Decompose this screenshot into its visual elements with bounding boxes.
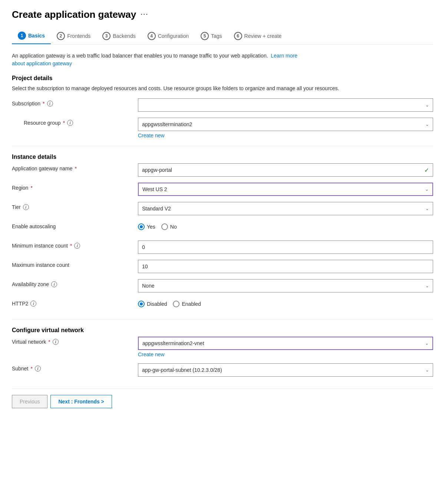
subscription-control: ⌄ [138,98,433,112]
min-instance-row: Minimum instance count * i [12,240,433,254]
subnet-row: Subnet * i app-gw-portal-subnet (10.2.3.… [12,363,433,377]
tab-tags-label: Tags [211,33,222,39]
tier-info-icon[interactable]: i [23,204,29,210]
gateway-name-value: appgw-portal [142,167,172,173]
vnet-dropdown[interactable]: appgwssltermination2-vnet ⌄ [138,337,433,350]
availability-zone-value: None [142,283,154,289]
vnet-chevron-icon: ⌄ [425,341,429,346]
autoscaling-radio-group: Yes No [138,221,433,230]
min-instance-label: Minimum instance count * i [12,240,138,249]
http2-radio-group: Disabled Enabled [138,298,433,307]
http2-disabled-radio[interactable]: Disabled [138,301,167,307]
footer-buttons: Previous Next : Frontends > [12,389,433,408]
region-chevron-icon: ⌄ [425,187,429,192]
autoscaling-no-label: No [170,224,177,230]
tier-chevron-icon: ⌄ [425,206,429,211]
tab-basics[interactable]: 1 Basics [12,28,51,44]
region-label: Region * [12,183,138,191]
subscription-row: Subscription * i ⌄ [12,98,433,112]
http2-enabled-label: Enabled [182,301,201,307]
page-title-container: Create application gateway ··· [12,9,433,20]
learn-more-link[interactable]: Learn more [271,53,297,59]
create-new-rg-link[interactable]: Create new [138,132,433,138]
resource-group-required: * [63,120,65,126]
autoscaling-label: Enable autoscaling [12,221,138,229]
resource-group-value: appgwssltermination2 [142,121,192,127]
gateway-name-row: Application gateway name * appgw-portal … [12,163,433,177]
region-value: West US 2 [142,186,167,192]
min-instance-required: * [70,243,72,249]
resource-group-control: appgwssltermination2 ⌄ Create new [138,118,433,138]
vnet-info-icon[interactable]: i [53,339,59,345]
subscription-chevron-icon: ⌄ [425,102,429,108]
tier-dropdown[interactable]: Standard V2 ⌄ [138,202,433,215]
availability-zone-dropdown[interactable]: None ⌄ [138,279,433,292]
tab-tags-number: 5 [201,32,209,40]
tab-tags[interactable]: 5 Tags [195,28,228,44]
tab-backends[interactable]: 3 Backends [96,28,141,44]
max-instance-control [138,260,433,273]
instance-details-title: Instance details [12,154,433,160]
vnet-value: appgwssltermination2-vnet [142,340,204,346]
http2-enabled-radio[interactable]: Enabled [173,301,201,307]
max-instance-label: Maximum instance count [12,260,138,268]
availability-zone-row: Availability zone i None ⌄ [12,279,433,292]
vnet-row: Virtual network * i appgwssltermination2… [12,337,433,357]
resource-group-chevron-icon: ⌄ [425,122,429,127]
gateway-name-dropdown[interactable]: appgw-portal ✓ [138,163,433,177]
subnet-chevron-icon: ⌄ [425,367,429,373]
region-dropdown[interactable]: West US 2 ⌄ [138,183,433,196]
subnet-required: * [30,366,32,372]
subscription-label: Subscription * i [12,98,138,107]
subscription-info-icon[interactable]: i [47,101,53,107]
tab-basics-number: 1 [18,32,26,40]
subscription-dropdown[interactable]: ⌄ [138,98,433,112]
subnet-control: app-gw-portal-subnet (10.2.3.0/28) ⌄ [138,363,433,377]
resource-group-info-icon[interactable]: i [67,120,73,126]
tab-basics-label: Basics [28,33,45,39]
gateway-name-check-icon: ✓ [424,167,429,174]
create-new-vnet-link[interactable]: Create new [138,351,433,357]
autoscaling-control: Yes No [138,221,433,230]
http2-control: Disabled Enabled [138,298,433,307]
subnet-value: app-gw-portal-subnet (10.2.3.0/28) [142,367,222,373]
max-instance-input[interactable] [138,260,433,273]
tab-frontends-label: Frontends [67,33,90,39]
subnet-dropdown[interactable]: app-gw-portal-subnet (10.2.3.0/28) ⌄ [138,363,433,377]
http2-enabled-circle [173,301,179,307]
subnet-info-icon[interactable]: i [35,366,41,372]
previous-button[interactable]: Previous [12,395,47,408]
gateway-name-label: Application gateway name * [12,163,138,171]
vnet-label: Virtual network * i [12,337,138,345]
project-details-title: Project details [12,75,433,82]
http2-info-icon[interactable]: i [30,301,36,307]
http2-label: HTTP2 i [12,298,138,307]
tab-review-create-label: Review + create [244,33,282,39]
tab-frontends[interactable]: 2 Frontends [51,28,96,44]
autoscaling-yes-radio[interactable]: Yes [138,223,155,230]
min-instance-input[interactable] [138,240,433,254]
resource-group-row: Resource group * i appgwssltermination2 … [24,118,433,138]
tier-control: Standard V2 ⌄ [138,202,433,215]
vnet-required: * [48,339,50,345]
vnet-section-title: Configure virtual network [12,327,433,334]
next-button[interactable]: Next : Frontends > [50,395,112,408]
region-required: * [30,185,32,191]
min-instance-info-icon[interactable]: i [74,243,80,249]
tab-review-create[interactable]: 6 Review + create [228,28,288,44]
autoscaling-no-radio[interactable]: No [161,223,177,230]
autoscaling-row: Enable autoscaling Yes No [12,221,433,235]
http2-disabled-label: Disabled [147,301,167,307]
tier-label: Tier i [12,202,138,210]
tab-configuration[interactable]: 4 Configuration [142,28,195,44]
resource-group-dropdown[interactable]: appgwssltermination2 ⌄ [138,118,433,131]
availability-zone-info-icon[interactable]: i [51,281,57,287]
page-description: An application gateway is a web traffic … [12,52,433,68]
resource-group-label: Resource group * i [24,118,138,126]
wizard-tabs: 1 Basics 2 Frontends 3 Backends 4 Config… [12,28,433,45]
subscription-required: * [43,101,44,107]
tier-value: Standard V2 [142,206,171,212]
about-link[interactable]: about application gateway [12,60,72,66]
max-instance-row: Maximum instance count [12,260,433,273]
tab-configuration-number: 4 [148,32,156,40]
